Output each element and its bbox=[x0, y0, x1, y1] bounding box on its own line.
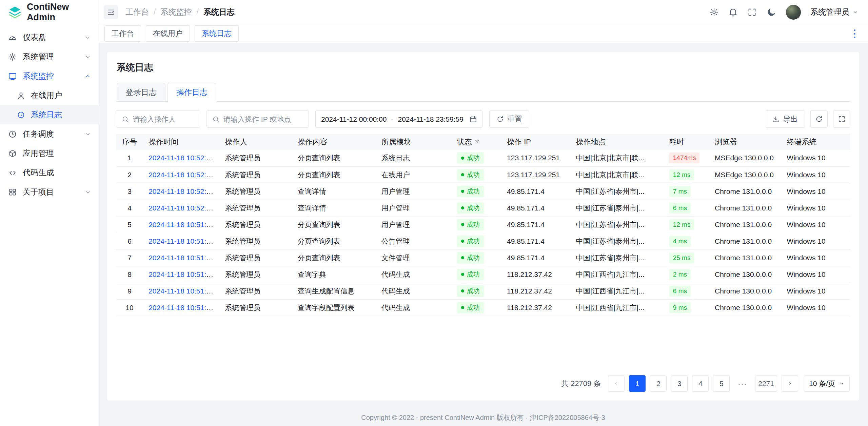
sidebar-item-label: 系统监控 bbox=[23, 71, 54, 81]
cell-ip: 118.212.37.42 bbox=[501, 266, 571, 283]
sidebar-item-online-users[interactable]: 在线用户 bbox=[0, 86, 98, 105]
duration-badge: 9 ms bbox=[669, 302, 691, 313]
page-button-last[interactable]: 2271 bbox=[755, 375, 777, 392]
more-vertical-icon: ⋮ bbox=[850, 28, 860, 39]
time-link[interactable]: 2024-11-18 10:51:49 bbox=[149, 287, 214, 295]
sidebar-item-label: 系统日志 bbox=[31, 109, 62, 120]
tabs-more-button[interactable]: ⋮ bbox=[848, 28, 862, 39]
cell-ip: 118.212.37.42 bbox=[501, 299, 571, 316]
cell-module: 代码生成 bbox=[376, 283, 452, 299]
notifications-button[interactable] bbox=[728, 7, 738, 17]
sidebar-item-system-logs[interactable]: 系统日志 bbox=[0, 105, 98, 124]
menu-fold-icon bbox=[107, 8, 115, 16]
collapse-menu-button[interactable] bbox=[104, 5, 118, 19]
history-icon bbox=[17, 111, 25, 119]
ip-search-input[interactable] bbox=[223, 115, 303, 123]
fullscreen-icon bbox=[747, 7, 757, 17]
copyright-text: Copyright © 2022 - present ContiNew Admi… bbox=[361, 413, 605, 422]
page-button-4[interactable]: 4 bbox=[692, 375, 709, 392]
breadcrumb-item[interactable]: 工作台 bbox=[125, 7, 149, 17]
prev-page-button[interactable] bbox=[608, 375, 625, 392]
duration-badge: 12 ms bbox=[669, 169, 694, 180]
next-page-button[interactable] bbox=[782, 375, 798, 392]
page-button-3[interactable]: 3 bbox=[671, 375, 688, 392]
cell-operator: 系统管理员 bbox=[219, 233, 292, 249]
pagination-ellipsis[interactable]: ··· bbox=[734, 375, 751, 392]
operation-log-table: 序号 操作时间 操作人 操作内容 所属模块 状态 bbox=[116, 134, 850, 316]
table-row: 22024-11-18 10:52:47系统管理员分页查询列表在线用户成功123… bbox=[116, 166, 850, 183]
main-area: 工作台 / 系统监控 / 系统日志 bbox=[98, 0, 868, 426]
status-badge: 成功 bbox=[457, 202, 484, 214]
time-link[interactable]: 2024-11-18 10:51:55 bbox=[149, 221, 214, 228]
fullscreen-button[interactable] bbox=[747, 7, 757, 17]
nav-tab-online-users[interactable]: 在线用户 bbox=[146, 25, 190, 42]
cell-operator: 系统管理员 bbox=[219, 266, 292, 283]
sidebar-item-about-project[interactable]: 关于项目 bbox=[0, 182, 98, 202]
chevron-left-icon bbox=[613, 380, 619, 387]
avatar[interactable] bbox=[786, 5, 801, 20]
cell-module: 用户管理 bbox=[376, 200, 452, 216]
breadcrumb: 工作台 / 系统监控 / 系统日志 bbox=[125, 7, 235, 17]
cell-location: 中国|江西省|九江市|... bbox=[571, 283, 664, 299]
sidebar-item-dashboard[interactable]: 仪表盘 bbox=[0, 28, 98, 47]
cell-ip: 123.117.129.251 bbox=[501, 166, 571, 183]
search-icon bbox=[121, 115, 130, 123]
time-link[interactable]: 2024-11-18 10:52:12 bbox=[149, 187, 214, 195]
cell-location: 中国|江苏省|泰州市|... bbox=[571, 233, 664, 249]
table-row: 72024-11-18 10:51:52系统管理员分页查询列表文件管理成功49.… bbox=[116, 249, 850, 266]
time-link[interactable]: 2024-11-18 10:51:50 bbox=[149, 270, 214, 278]
sidebar-item-system-management[interactable]: 系统管理 bbox=[0, 47, 98, 66]
nav-tab-system-logs[interactable]: 系统日志 bbox=[195, 25, 239, 42]
tab-login-logs[interactable]: 登录日志 bbox=[117, 83, 165, 101]
page-button-1[interactable]: 1 bbox=[629, 375, 646, 392]
table-fullscreen-button[interactable] bbox=[833, 110, 850, 128]
table-row: 12024-11-18 10:52:55系统管理员分页查询列表系统日志成功123… bbox=[116, 150, 850, 166]
fullscreen-icon bbox=[838, 115, 846, 123]
sidebar-item-label: 在线用户 bbox=[31, 90, 62, 101]
sidebar-item-task-schedule[interactable]: 任务调度 bbox=[0, 124, 98, 144]
export-label: 导出 bbox=[783, 114, 798, 124]
time-link[interactable]: 2024-11-18 10:52:55 bbox=[149, 154, 214, 162]
date-range-picker[interactable]: 2024-11-12 00:00:00 - 2024-11-18 23:59:5… bbox=[315, 110, 483, 128]
time-link[interactable]: 2024-11-18 10:51:49 bbox=[149, 304, 214, 311]
nav-tab-workbench[interactable]: 工作台 bbox=[104, 25, 141, 42]
breadcrumb-item[interactable]: 系统监控 bbox=[160, 7, 192, 17]
log-type-tabs: 登录日志 操作日志 bbox=[116, 83, 850, 102]
cell-operator: 系统管理员 bbox=[219, 150, 292, 166]
page-button-5[interactable]: 5 bbox=[713, 375, 730, 392]
table-row: 52024-11-18 10:51:55系统管理员分页查询列表用户管理成功49.… bbox=[116, 216, 850, 233]
sidebar-item-label: 仪表盘 bbox=[23, 32, 46, 43]
time-link[interactable]: 2024-11-18 10:51:52 bbox=[149, 254, 214, 262]
filter-funnel-icon[interactable] bbox=[474, 139, 480, 145]
topbar: 工作台 / 系统监控 / 系统日志 bbox=[98, 0, 868, 24]
dashboard-icon bbox=[8, 33, 17, 42]
cell-index: 8 bbox=[116, 266, 143, 283]
cell-operator: 系统管理员 bbox=[219, 299, 292, 316]
export-button[interactable]: 导出 bbox=[765, 110, 805, 128]
status-dot-icon bbox=[461, 173, 464, 176]
reset-button[interactable]: 重置 bbox=[489, 110, 529, 128]
page-button-2[interactable]: 2 bbox=[650, 375, 667, 392]
tab-operation-logs[interactable]: 操作日志 bbox=[167, 83, 216, 102]
refresh-icon bbox=[496, 116, 504, 123]
table-refresh-button[interactable] bbox=[810, 110, 828, 128]
operator-search-input[interactable] bbox=[133, 115, 195, 123]
settings-button[interactable] bbox=[709, 7, 719, 17]
status-dot-icon bbox=[461, 240, 464, 243]
user-menu[interactable]: 系统管理员 bbox=[810, 7, 859, 17]
cell-content: 查询详情 bbox=[292, 200, 376, 216]
sidebar-item-system-monitor[interactable]: 系统监控 bbox=[0, 66, 98, 86]
time-link[interactable]: 2024-11-18 10:51:53 bbox=[149, 237, 214, 245]
sidebar-item-code-generation[interactable]: 代码生成 bbox=[0, 163, 98, 182]
sidebar-item-app-management[interactable]: 应用管理 bbox=[0, 144, 98, 163]
status-badge: 成功 bbox=[457, 252, 484, 264]
page-size-select[interactable]: 10 条/页 bbox=[804, 375, 850, 392]
theme-toggle-button[interactable] bbox=[766, 7, 776, 17]
chevron-down-icon bbox=[84, 34, 91, 41]
cell-os: Windows 10 bbox=[781, 183, 850, 200]
cell-index: 1 bbox=[116, 150, 143, 166]
time-link[interactable]: 2024-11-18 10:52:47 bbox=[149, 171, 214, 179]
column-header-status: 状态 bbox=[452, 134, 501, 150]
calendar-icon bbox=[469, 115, 477, 123]
time-link[interactable]: 2024-11-18 10:52:05 bbox=[149, 204, 214, 212]
